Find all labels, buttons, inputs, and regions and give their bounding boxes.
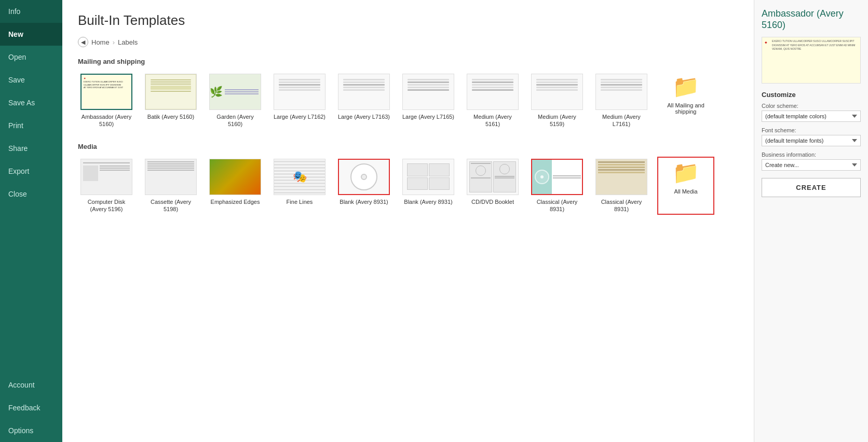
- template-thumb-computer-disk: [80, 159, 132, 195]
- template-cassette[interactable]: Cassette (Avery 5198): [142, 157, 199, 215]
- template-label-large-l7165: Large (Avery L7165): [402, 113, 454, 120]
- customize-title: Customize: [762, 91, 861, 99]
- template-label-computer-disk: Computer Disk (Avery 5196): [80, 198, 133, 213]
- template-medium-5159[interactable]: Medium (Avery 5159): [528, 72, 586, 130]
- template-blank-8931-sq[interactable]: Blank (Avery 8931): [400, 157, 457, 215]
- sidebar-item-share[interactable]: Share: [0, 137, 62, 160]
- template-thumb-batik: [145, 74, 197, 110]
- sidebar-item-export[interactable]: Export: [0, 160, 62, 183]
- template-label-medium-5159: Medium (Avery 5159): [531, 113, 584, 128]
- sidebar-item-account[interactable]: Account: [0, 374, 62, 396]
- template-medium-5161[interactable]: Medium (Avery 5161): [464, 72, 521, 130]
- folder-icon-mailing: 📁: [672, 74, 699, 99]
- sidebar-item-save[interactable]: Save: [0, 68, 62, 91]
- template-thumb-medium-l7161: [595, 74, 647, 110]
- preview-text: EXERCI TUTION ULLAMCORPER SUSCI ULLAMCOR…: [772, 39, 858, 81]
- template-ambassador[interactable]: ✦ EXERCI TUTION ULLAMCORPER SUSCIULLAMCO…: [78, 72, 135, 130]
- sidebar-item-saveas[interactable]: Save As: [0, 91, 62, 114]
- template-label-cassette: Cassette (Avery 5198): [144, 198, 197, 213]
- template-medium-l7161[interactable]: Medium (Avery L7161): [593, 72, 650, 130]
- font-scheme-label: Font scheme:: [762, 127, 861, 133]
- template-computer-disk[interactable]: Computer Disk (Avery 5196): [78, 157, 135, 215]
- folder-label-all-media: All Media: [674, 188, 697, 195]
- business-info-select[interactable]: Create new...: [762, 159, 861, 171]
- template-thumb-classical-8931-2: [595, 159, 647, 195]
- template-batik[interactable]: Batik (Avery 5160): [142, 72, 199, 130]
- template-label-medium-l7161: Medium (Avery L7161): [595, 113, 648, 128]
- template-label-large-l7162: Large (Avery L7162): [274, 113, 326, 120]
- template-label-garden: Garden (Avery 5160): [209, 113, 262, 128]
- color-scheme-label: Color scheme:: [762, 103, 861, 109]
- template-thumb-large-l7162: [274, 74, 326, 110]
- sidebar-item-open[interactable]: Open: [0, 46, 62, 68]
- create-button[interactable]: CREATE: [762, 178, 861, 197]
- template-thumb-classical-8931-1: [531, 159, 583, 195]
- media-template-grid: Computer Disk (Avery 5196) Cassette (Ave…: [78, 157, 738, 215]
- right-panel-title: Ambassador (Avery 5160): [762, 8, 861, 31]
- template-thumb-medium-5159: [531, 74, 583, 110]
- template-classical-8931-1[interactable]: Classical (Avery 8931): [528, 157, 586, 215]
- template-emphasized-edges[interactable]: Emphasized Edges: [207, 157, 264, 215]
- right-panel: Ambassador (Avery 5160) ✦ EXERCI TUTION …: [754, 0, 868, 442]
- template-large-l7162[interactable]: Large (Avery L7162): [271, 72, 328, 130]
- sidebar-item-new[interactable]: New: [0, 23, 62, 46]
- template-blank-8931-cd[interactable]: Blank (Avery 8931): [335, 157, 392, 215]
- template-cd-dvd-booklet[interactable]: CD/DVD Booklet: [464, 157, 521, 215]
- breadcrumb-separator: ›: [113, 38, 115, 46]
- folder-label-all-mailing: All Mailing and shipping: [659, 102, 712, 115]
- template-thumb-cassette: [145, 159, 197, 195]
- template-thumb-emphasized-edges: [209, 159, 261, 195]
- template-fine-lines[interactable]: 🎭 Fine Lines: [271, 157, 328, 215]
- template-thumb-garden: 🌿: [209, 74, 261, 110]
- section-title-mailing: Mailing and shipping: [78, 58, 738, 65]
- folder-all-mailing[interactable]: 📁 All Mailing and shipping: [657, 72, 714, 130]
- folder-icon-media: 📁: [672, 160, 699, 185]
- template-label-classical-8931-2: Classical (Avery 8931): [595, 198, 648, 213]
- sidebar: Info New Open Save Save As Print Share E…: [0, 0, 62, 442]
- template-thumb-large-l7165: [402, 74, 454, 110]
- template-classical-8931-2[interactable]: Classical (Avery 8931): [593, 157, 650, 215]
- breadcrumb-back-button[interactable]: ◀: [78, 37, 88, 47]
- main-content: Built-In Templates ◀ Home › Labels Maili…: [62, 0, 754, 442]
- sidebar-item-close[interactable]: Close: [0, 183, 62, 205]
- folder-all-media[interactable]: 📁 All Media: [657, 157, 714, 215]
- template-thumb-blank-8931-sq: [402, 159, 454, 195]
- template-label-batik: Batik (Avery 5160): [147, 113, 194, 120]
- sidebar-item-info[interactable]: Info: [0, 0, 62, 23]
- template-label-fine-lines: Fine Lines: [287, 198, 313, 205]
- sidebar-item-options[interactable]: Options: [0, 419, 62, 442]
- breadcrumb-current: Labels: [118, 38, 138, 46]
- template-large-l7165[interactable]: Large (Avery L7165): [400, 72, 457, 130]
- breadcrumb-home[interactable]: Home: [91, 38, 110, 46]
- sidebar-item-feedback[interactable]: Feedback: [0, 396, 62, 419]
- section-title-media: Media: [78, 143, 738, 150]
- business-info-label: Business information:: [762, 151, 861, 158]
- template-large-l7163[interactable]: Large (Avery L7163): [335, 72, 392, 130]
- color-scheme-select[interactable]: (default template colors): [762, 111, 861, 122]
- sidebar-item-print[interactable]: Print: [0, 114, 62, 137]
- template-preview-box: ✦ EXERCI TUTION ULLAMCORPER SUSCI ULLAMC…: [762, 37, 861, 84]
- breadcrumb: ◀ Home › Labels: [78, 37, 738, 47]
- template-label-classical-8931-1: Classical (Avery 8931): [531, 198, 584, 213]
- template-label-medium-5161: Medium (Avery 5161): [466, 113, 519, 128]
- template-label-blank-8931-sq: Blank (Avery 8931): [404, 198, 452, 205]
- template-thumb-ambassador: ✦ EXERCI TUTION ULLAMCORPER SUSCIULLAMCO…: [80, 74, 132, 110]
- template-thumb-medium-5161: [467, 74, 519, 110]
- template-label-emphasized-edges: Emphasized Edges: [211, 198, 260, 205]
- template-thumb-large-l7163: [338, 74, 390, 110]
- font-scheme-select[interactable]: (default template fonts): [762, 135, 861, 146]
- mailing-template-grid: ✦ EXERCI TUTION ULLAMCORPER SUSCIULLAMCO…: [78, 72, 738, 130]
- template-thumb-cd-dvd-booklet: [467, 159, 519, 195]
- template-label-blank-8931-cd: Blank (Avery 8931): [340, 198, 388, 205]
- template-thumb-blank-8931-cd: [338, 159, 390, 195]
- template-label-large-l7163: Large (Avery L7163): [338, 113, 390, 120]
- template-label-ambassador: Ambassador (Avery 5160): [80, 113, 133, 128]
- template-garden[interactable]: 🌿 Garden (Avery 5160): [207, 72, 264, 130]
- page-title: Built-In Templates: [78, 12, 738, 29]
- template-label-cd-dvd-booklet: CD/DVD Booklet: [471, 198, 514, 205]
- template-thumb-fine-lines: 🎭: [274, 159, 326, 195]
